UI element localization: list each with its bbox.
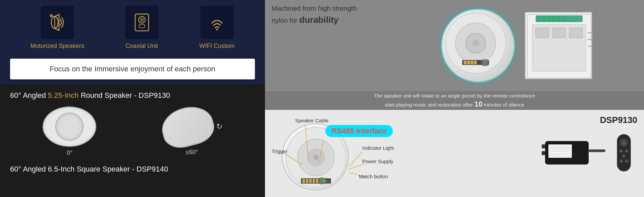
speaker-round-visual — [43, 107, 96, 147]
svg-rect-29 — [536, 28, 549, 38]
svg-line-51 — [349, 163, 366, 169]
svg-rect-14 — [467, 61, 470, 64]
diagram-right — [413, 133, 637, 174]
dsp-label: DSP9130 — [600, 115, 637, 125]
remote-control-visual — [614, 133, 634, 174]
speaker-cable-label: Speaker Cable — [295, 118, 328, 123]
rotate-text-section: The speaker unit will rotate to an angle… — [265, 91, 644, 110]
coaxial-unit-item: Coaxial Unit — [125, 6, 159, 50]
power-supply-label: Power Supply — [362, 158, 413, 164]
speaker1-prefix: 60° Angled — [10, 91, 48, 100]
rotate-text2-big: 10 — [474, 100, 482, 108]
coaxial-unit-icon-box — [125, 6, 159, 39]
svg-rect-27 — [562, 16, 566, 21]
diagram-speaker-svg — [282, 124, 350, 191]
svg-rect-42 — [309, 179, 312, 183]
svg-point-46 — [323, 180, 326, 182]
speaker1-suffix: Round Speaker - DSP9130 — [79, 91, 170, 100]
svg-rect-30 — [552, 28, 566, 38]
durability-line2: nylon for — [272, 17, 299, 24]
angle-arrow-icon: ↻ — [216, 122, 222, 131]
remote-svg — [614, 133, 634, 173]
speaker1-title: 60° Angled 5.25-Inch Round Speaker - DSP… — [10, 91, 255, 100]
diagram-left: Trigger Speaker Cable RS485 Interface In… — [272, 115, 413, 192]
svg-point-66 — [622, 154, 626, 158]
product-image-box — [525, 12, 592, 79]
svg-rect-44 — [316, 179, 318, 183]
rotate-text2-prefix: start playing music and restoration afte… — [385, 102, 474, 108]
speaker2-suffix: Square Speaker - DSP9140 — [74, 165, 168, 173]
coaxial-unit-label: Coaxial Unit — [125, 43, 158, 50]
svg-point-11 — [472, 40, 479, 47]
wifi-custom-item: WIFI Custom — [199, 6, 234, 50]
power-adapter-svg — [542, 133, 609, 173]
durability-text-block: Machined from high strength nylon for du… — [272, 3, 392, 26]
svg-point-64 — [620, 149, 623, 153]
wifi-custom-icon — [207, 12, 227, 32]
svg-rect-22 — [537, 16, 541, 21]
speaker-angled-item: ↻ ≤60° — [162, 108, 222, 156]
bottom-dark-section: 60° Angled 5.25-Inch Round Speaker - DSP… — [0, 84, 265, 197]
svg-rect-25 — [552, 16, 556, 21]
motorized-speakers-item: Motorized Speakers — [31, 6, 84, 50]
speaker-front-item: 0° — [43, 107, 96, 156]
svg-point-7 — [216, 29, 218, 30]
rotate-text-1: The speaker unit will rotate to an angle… — [374, 93, 535, 98]
amplifier-svg — [526, 13, 593, 80]
svg-rect-15 — [471, 61, 473, 64]
svg-point-63 — [622, 141, 626, 145]
svg-rect-41 — [306, 179, 308, 183]
indicator-light-label: Indicator Light — [362, 145, 413, 151]
durability-bold: durability — [299, 15, 338, 25]
svg-point-65 — [625, 149, 628, 153]
svg-point-67 — [620, 159, 623, 163]
svg-point-38 — [313, 155, 319, 160]
svg-point-5 — [141, 19, 143, 20]
focus-banner-text: Focus on the Immersive enjoyment of each… — [50, 65, 215, 73]
product-image-circle — [441, 9, 515, 82]
motorized-speakers-label: Motorized Speakers — [31, 43, 84, 50]
angle-60-label: ≤60° — [186, 149, 198, 156]
svg-point-1 — [50, 14, 53, 17]
svg-rect-13 — [464, 61, 467, 64]
right-panel: Machined from high strength nylon for du… — [265, 0, 644, 197]
svg-point-68 — [625, 159, 628, 163]
speaker2-prefix: 60° Angled — [10, 165, 48, 173]
speaker-angled-visual — [158, 101, 218, 152]
svg-rect-54 — [589, 149, 605, 152]
svg-rect-55 — [542, 144, 545, 148]
match-button-label: Match button — [359, 174, 416, 179]
speaker2-title: 60° Angled 6.5-Inch Square Speaker - DSP… — [10, 165, 255, 174]
focus-banner: Focus on the Immersive enjoyment of each… — [10, 59, 255, 79]
svg-rect-23 — [542, 16, 546, 21]
accessories-row — [542, 133, 634, 174]
motorized-speakers-icon-box — [41, 6, 74, 39]
speaker2-highlight: 6.5-Inch — [48, 165, 75, 173]
svg-rect-6 — [139, 24, 145, 28]
svg-rect-31 — [569, 28, 583, 38]
icons-section: Motorized Speakers Coaxial Unit — [0, 0, 265, 59]
rotate-text2-suffix: minutes of silence — [483, 102, 524, 108]
svg-rect-26 — [557, 16, 561, 21]
wifi-custom-icon-box — [200, 6, 234, 39]
speakers-row: 0° ↻ ≤60° — [10, 107, 255, 156]
rotate-text-2: start playing music and restoration afte… — [385, 100, 524, 109]
svg-rect-56 — [542, 151, 545, 155]
svg-rect-16 — [474, 61, 477, 64]
speaker1-highlight: 5.25-Inch — [48, 91, 79, 100]
durability-line1: Machined from high strength — [272, 5, 357, 12]
angle-0-label: 0° — [67, 149, 72, 156]
svg-rect-43 — [313, 179, 315, 183]
power-adapter-visual — [542, 133, 609, 174]
right-bottom-section: DSP9130 — [265, 110, 644, 197]
svg-rect-19 — [482, 59, 488, 66]
diagram-area: Trigger Speaker Cable RS485 Interface In… — [272, 115, 637, 192]
svg-line-50 — [349, 152, 362, 167]
motorized-speakers-icon — [47, 12, 67, 32]
right-top-section: Machined from high strength nylon for du… — [265, 0, 644, 91]
left-panel: Motorized Speakers Coaxial Unit — [0, 0, 265, 197]
svg-line-52 — [349, 173, 366, 177]
diagram-speaker-circle — [282, 123, 349, 190]
svg-rect-24 — [547, 16, 551, 21]
coaxial-unit-icon — [132, 12, 152, 32]
